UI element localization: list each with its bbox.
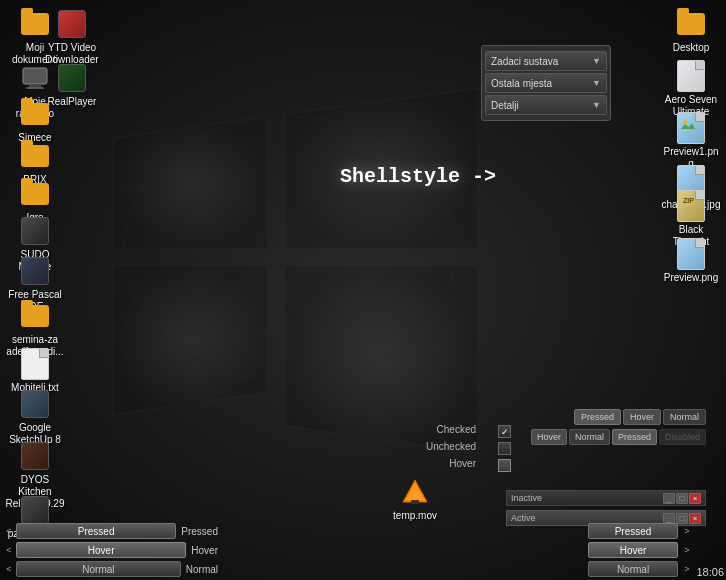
inactive-close-btn[interactable]: × [689,493,701,504]
bottom-normal-row: < Normal Normal [2,560,218,578]
bottom-pressed-row: < Pressed Pressed [2,522,218,540]
right-arrow-normal: > [680,562,694,576]
states-top-header: Pressed Hover Normal [574,409,706,425]
bottom-left-buttons: < Pressed Pressed < Hover Hover < Normal… [0,520,220,580]
inactive-maximize-btn[interactable]: □ [676,493,688,504]
state-pressed-btn[interactable]: Pressed [574,409,621,425]
right-arrow-pressed: > [680,524,694,538]
right-normal-row: Normal > [588,560,704,578]
panel-item-ostala[interactable]: Ostala mjesta ▼ [485,73,607,93]
icon-preview1[interactable]: Preview1.png [661,112,721,170]
svg-point-5 [683,120,687,124]
checkbox-hover[interactable] [498,459,511,472]
label-pressed: Pressed [181,526,218,537]
icon-ytd-video[interactable]: YTD Video Downloader [42,8,102,66]
shellstyle-text: Shellstyle -> [340,165,496,188]
arrow-pressed: < [2,524,16,538]
icon-aero-seven[interactable]: Aero Seven Ultimate [661,60,721,118]
check-labels: Checked Unchecked Hover [426,421,476,472]
right-arrow-hover: > [680,543,694,557]
icon-desktop[interactable]: Desktop [661,8,721,54]
right-pressed-row: Pressed > [588,522,704,540]
panel-widget: Zadaci sustava ▼ Ostala mjesta ▼ Detalji… [481,45,611,121]
bottom-hover-row: < Hover Hover [2,541,218,559]
unchecked-label: Unchecked [426,438,476,455]
state2-disabled-btn[interactable]: Disabled [659,429,706,445]
right-btn-hover[interactable]: Hover [588,542,678,558]
state-normal-btn[interactable]: Normal [663,409,706,425]
state2-hover-btn[interactable]: Hover [531,429,567,445]
bottom-right-buttons: Pressed > Hover > Normal > [586,520,706,580]
right-hover-row: Hover > [588,541,704,559]
icon-google-sketchup[interactable]: Google SketchUp 8 [5,388,65,446]
checked-label: Checked [426,421,476,438]
icon-simece[interactable]: Simece [5,98,65,144]
panel-item-zadaci[interactable]: Zadaci sustava ▼ [485,51,607,71]
arrow-normal: < [2,562,16,576]
checkbox-checked[interactable] [498,425,511,438]
state-hover-btn[interactable]: Hover [623,409,661,425]
clock: 18:06 [696,566,724,578]
right-btn-pressed[interactable]: Pressed [588,523,678,539]
checkbox-unchecked[interactable] [498,442,511,455]
inactive-bar-container: Inactive _ □ × [506,490,706,508]
desktop: Moji dokumenti YTD Video Downloader Moje… [0,0,726,580]
inactive-window-bar[interactable]: Inactive _ □ × [506,490,706,506]
btn-normal[interactable]: Normal [16,561,181,577]
state2-pressed-btn[interactable]: Pressed [612,429,657,445]
icon-vlc[interactable]: temp.mov [385,476,445,522]
hover-label: Hover [426,455,476,472]
label-normal: Normal [186,564,218,575]
label-hover: Hover [191,545,218,556]
states-second-row: Hover Normal Pressed Disabled [531,429,706,445]
windows-logo [60,50,520,470]
btn-pressed[interactable]: Pressed [16,523,176,539]
arrow-hover: < [2,543,16,557]
svg-rect-8 [411,500,419,504]
right-btn-normal[interactable]: Normal [588,561,678,577]
checkboxes-area [498,425,511,472]
panel-item-detalji[interactable]: Detalji ▼ [485,95,607,115]
btn-hover[interactable]: Hover [16,542,186,558]
inactive-minimize-btn[interactable]: _ [663,493,675,504]
inactive-label: Inactive [511,493,662,503]
state2-normal-btn[interactable]: Normal [569,429,610,445]
icon-preview-png[interactable]: Preview.png [661,238,721,284]
